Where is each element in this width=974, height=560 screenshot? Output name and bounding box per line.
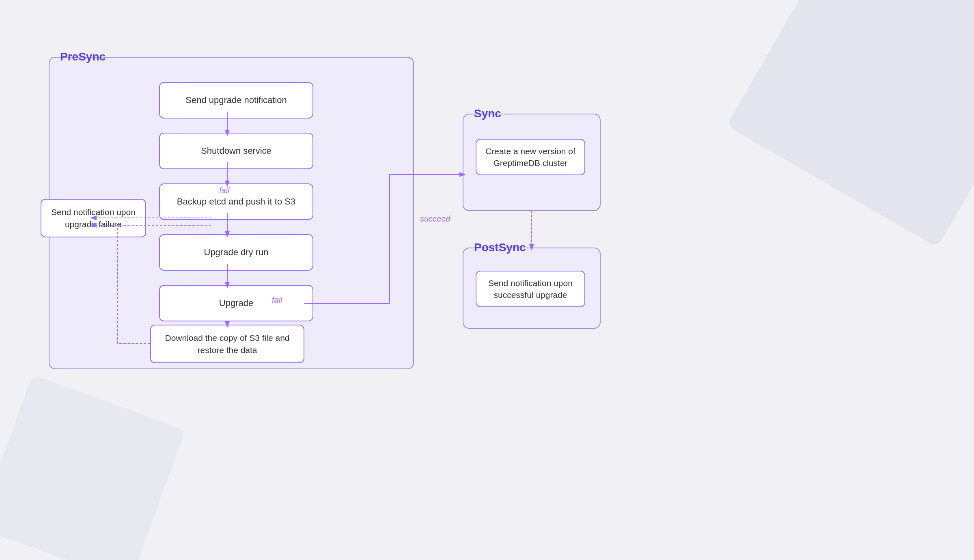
- presync-title: PreSync: [58, 50, 108, 63]
- sync-group: Sync Create a new version of GreptimeDB …: [463, 114, 601, 211]
- node-create-version: Create a new version of GreptimeDB clust…: [476, 139, 585, 175]
- postsync-title: PostSync: [472, 241, 528, 254]
- node-dry-run: Upgrade dry run: [159, 234, 313, 271]
- node-send-notification: Send notification upon upgrade failure: [41, 199, 146, 237]
- sync-title: Sync: [472, 107, 504, 120]
- postsync-group: PostSync Send notification upon successf…: [463, 248, 601, 329]
- node-backup: Backup etcd and push it to S3: [159, 183, 313, 220]
- node-send-upgrade: Send upgrade notification: [159, 82, 313, 118]
- fail-label-bottom: fail: [272, 295, 282, 305]
- succeed-label: succeed: [420, 214, 450, 224]
- diagram-container: PreSync Send upgrade notification Shutdo…: [24, 32, 958, 528]
- node-download-restore: Download the copy of S3 file and restore…: [150, 325, 304, 363]
- node-upgrade: Upgrade: [159, 285, 313, 321]
- fail-label-top: fail: [219, 186, 230, 195]
- node-shutdown: Shutdown service: [159, 133, 313, 169]
- node-send-success: Send notification upon successful upgrad…: [476, 271, 585, 307]
